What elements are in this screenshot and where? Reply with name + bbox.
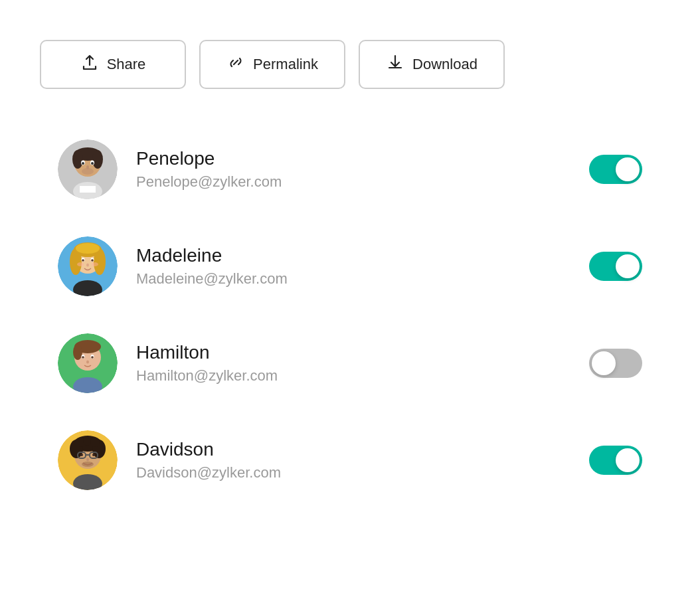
permalink-icon	[226, 53, 245, 76]
user-name-hamilton: Hamilton	[136, 342, 570, 363]
user-name-davidson: Davidson	[136, 439, 570, 460]
download-button[interactable]: Download	[359, 40, 505, 89]
toggle-container-davidson[interactable]	[589, 446, 642, 475]
svg-point-47	[90, 438, 100, 447]
user-info-davidson: DavidsonDavidson@zylker.com	[136, 439, 570, 481]
user-info-penelope: PenelopePenelope@zylker.com	[136, 148, 570, 191]
user-info-madeleine: MadeleineMadeleine@zylker.com	[136, 245, 570, 288]
user-name-madeleine: Madeleine	[136, 245, 570, 266]
user-email-davidson: Davidson@zylker.com	[136, 464, 570, 481]
user-row: PenelopePenelope@zylker.com	[31, 121, 669, 218]
svg-point-27	[77, 262, 84, 266]
user-email-penelope: Penelope@zylker.com	[136, 173, 570, 191]
svg-point-4	[72, 150, 83, 169]
download-label: Download	[412, 56, 478, 73]
svg-point-36	[82, 356, 84, 359]
svg-point-9	[91, 162, 94, 165]
svg-point-5	[92, 150, 103, 169]
toggle-container-madeleine[interactable]	[589, 252, 642, 281]
toolbar: Share Permalink Download	[40, 40, 505, 89]
avatar-davidson	[58, 430, 118, 490]
svg-point-8	[82, 162, 84, 165]
toggle-davidson[interactable]	[589, 446, 642, 475]
avatar-penelope	[58, 139, 118, 199]
user-email-madeleine: Madeleine@zylker.com	[136, 270, 570, 288]
toggle-hamilton[interactable]	[589, 349, 642, 378]
user-row: DavidsonDavidson@zylker.com	[31, 412, 669, 509]
user-info-hamilton: HamiltonHamilton@zylker.com	[136, 342, 570, 385]
svg-point-33	[73, 344, 82, 360]
permalink-label: Permalink	[253, 56, 318, 73]
download-icon	[386, 53, 404, 76]
svg-point-25	[91, 259, 94, 262]
svg-point-28	[92, 262, 98, 266]
svg-point-54	[82, 462, 94, 467]
toggle-madeleine[interactable]	[589, 252, 642, 281]
svg-point-11	[86, 165, 89, 169]
user-name-penelope: Penelope	[136, 148, 570, 169]
share-button[interactable]: Share	[40, 40, 186, 89]
share-icon	[80, 53, 99, 76]
svg-point-26	[86, 264, 89, 267]
svg-point-51	[80, 454, 83, 456]
toggle-penelope[interactable]	[589, 155, 642, 184]
svg-point-38	[86, 361, 89, 364]
user-row: HamiltonHamilton@zylker.com	[31, 315, 669, 412]
svg-point-53	[86, 458, 89, 462]
svg-point-52	[92, 454, 95, 456]
avatar-madeleine	[58, 236, 118, 296]
svg-point-21	[76, 243, 100, 254]
permalink-button[interactable]: Permalink	[199, 40, 345, 89]
toggle-container-penelope[interactable]	[589, 155, 642, 184]
user-row: MadeleineMadeleine@zylker.com	[31, 218, 669, 315]
avatar-hamilton	[58, 333, 118, 393]
user-email-hamilton: Hamilton@zylker.com	[136, 367, 570, 385]
toggle-container-hamilton[interactable]	[589, 349, 642, 378]
svg-point-37	[91, 356, 94, 359]
share-label: Share	[107, 56, 146, 73]
svg-point-24	[82, 259, 84, 262]
user-list: PenelopePenelope@zylker.com	[31, 121, 669, 509]
